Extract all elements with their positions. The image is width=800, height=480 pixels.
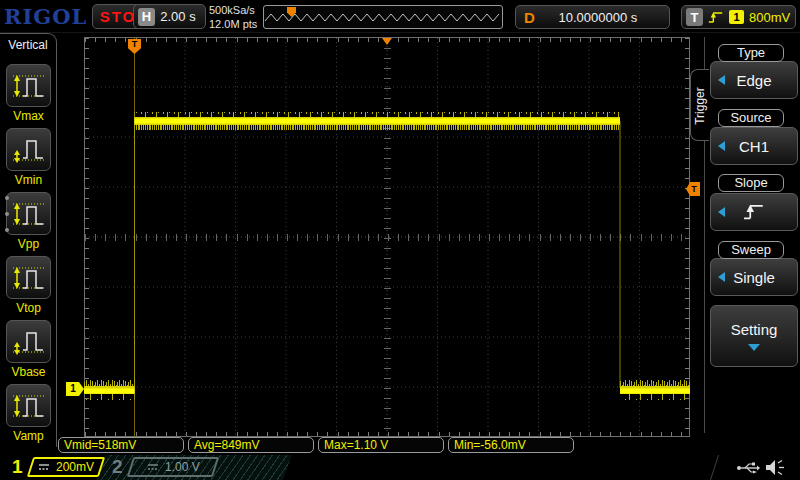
setting-label: Setting [731,321,778,338]
sweep-label: Sweep [718,241,784,259]
top-status-bar: RIGOL STOP H 2.00 s 500kSa/s 12.0M pts D… [0,0,800,33]
sweep-value: Single [733,269,775,286]
source-label: Source [718,109,784,127]
vbase-label: Vbase [0,365,57,379]
ch1-number[interactable]: 1 [12,456,23,478]
horizontal-scale-box[interactable]: H 2.00 s [133,4,206,29]
down-arrow-icon [748,344,760,351]
horizontal-label: H [138,8,155,26]
trigger-menu-tab: Trigger [690,69,709,141]
vbase-icon [10,328,48,356]
waveform-display-area: T T 1 [84,37,690,437]
trigger-delay-box[interactable]: D 10.0000000 s [515,5,670,29]
measurement-min[interactable]: Min=-56.0mV [448,437,574,453]
menu-page-dot [5,212,9,216]
trigger-level-value: 800mV [749,10,790,25]
waveform-overview[interactable] [263,5,503,29]
measurement-vmid[interactable]: Vmid=518mV [58,437,184,453]
slope-button[interactable] [710,193,798,231]
delay-label: D [524,9,535,26]
ch1-ground-marker[interactable]: 1 [66,382,84,396]
vamp-icon [10,392,48,420]
vmin-button[interactable] [6,128,51,171]
left-arrow-icon [718,141,725,151]
sweep-button[interactable]: Single [710,258,798,296]
speaker-icon [765,459,785,476]
rigol-logo: RIGOL [4,4,87,29]
horizontal-center-marker [382,38,392,45]
dc-coupling-icon [147,463,159,471]
channel-status-bar: 1 200mV 2 1.00 V [0,455,800,480]
vtop-button[interactable] [6,256,51,299]
horizontal-scale-value: 2.00 s [155,9,201,24]
trigger-menu-panel: Trigger Type Edge Source CH1 Slope Sweep… [690,33,800,447]
source-button[interactable]: CH1 [710,127,798,165]
ch1-trace [84,37,690,437]
type-label: Type [718,44,784,62]
vpp-button[interactable] [6,192,51,235]
oscilloscope-screen: RIGOL STOP H 2.00 s 500kSa/s 12.0M pts D… [0,0,800,480]
vmax-icon [10,72,48,100]
measurement-avg[interactable]: Avg=849mV [188,437,314,453]
measurement-max[interactable]: Max=1.10 V [318,437,444,453]
rising-edge-icon [742,202,766,222]
vmax-button[interactable] [6,64,51,107]
ch1-scale-value: 200mV [56,460,94,474]
vmin-icon [10,136,48,164]
vtop-label: Vtop [0,301,57,315]
vmax-label: Vmax [0,109,57,123]
trigger-source-badge: 1 [729,10,744,24]
vamp-label: Vamp [0,429,57,443]
memory-depth: 12.0M pts [209,17,257,31]
vpp-label: Vpp [0,237,57,251]
left-arrow-icon [718,207,725,217]
trigger-tab-label: Trigger [693,76,707,136]
left-arrow-icon [718,272,725,282]
sample-rate: 500kSa/s [209,3,257,17]
trigger-label: T [686,8,703,26]
dc-coupling-icon [38,463,50,471]
slope-label: Slope [718,174,784,192]
left-arrow-icon [718,75,725,85]
ch1-scale-box[interactable]: 200mV [27,457,105,477]
acquisition-info: 500kSa/s 12.0M pts [209,3,257,31]
vamp-button[interactable] [6,384,51,427]
menu-page-dot [5,228,9,232]
vpp-icon [10,200,48,228]
setting-button[interactable]: Setting [710,305,798,367]
overview-waveform-icon [264,6,502,28]
vertical-measure-sidebar: Vertical Vmax Vmin [0,33,57,447]
menu-page-dot [5,196,9,200]
trigger-status-box[interactable]: T 1 800mV [681,5,796,29]
vmin-label: Vmin [0,173,57,187]
vtop-icon [10,264,48,292]
type-button[interactable]: Edge [710,61,798,99]
usb-icon [736,461,760,475]
ch2-number[interactable]: 2 [112,456,123,478]
rising-edge-icon [708,10,724,25]
divider [710,455,719,480]
sidebar-title: Vertical [0,38,56,52]
source-value: CH1 [739,138,769,155]
ch2-scale-box[interactable]: 1.00 V [127,457,219,477]
type-value: Edge [736,72,771,89]
vbase-button[interactable] [6,320,51,363]
ch2-scale-value: 1.00 V [165,460,200,474]
delay-value: 10.0000000 s [535,10,661,25]
